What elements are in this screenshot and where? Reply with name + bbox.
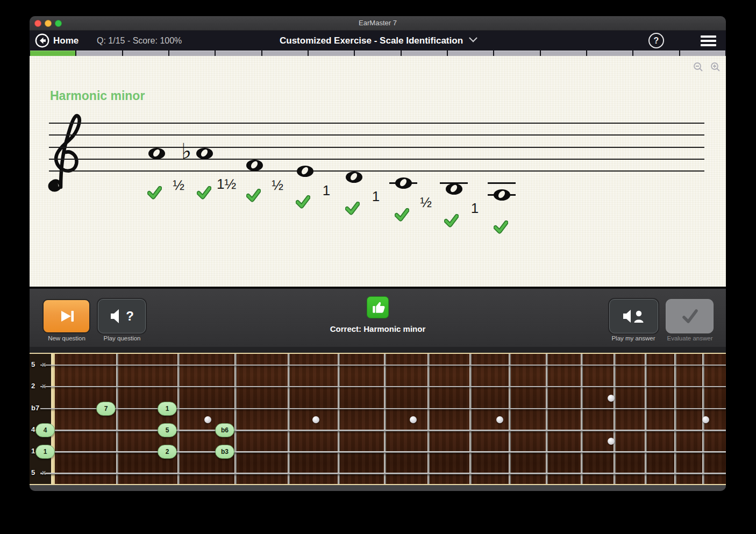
fret [581, 354, 583, 484]
correct-check-icon [444, 214, 459, 227]
check-icon [681, 308, 699, 324]
fret [469, 354, 472, 484]
evaluate-answer-label: Evaluate answer [652, 335, 726, 341]
note-marker[interactable]: 5 [158, 423, 177, 437]
fret [288, 354, 290, 484]
progress-segment [355, 51, 400, 56]
note-marker[interactable]: 7 [96, 402, 116, 416]
progress-segment [30, 51, 75, 56]
interval-label: ½ [173, 177, 184, 194]
fret [116, 354, 118, 484]
progress-segment [680, 51, 725, 56]
fret [509, 354, 511, 484]
whole-note [346, 172, 362, 183]
note-marker[interactable]: 1 [35, 445, 55, 459]
back-arrow-icon [35, 33, 49, 48]
string-muted-icon: x [42, 360, 46, 368]
whole-note [395, 177, 412, 189]
interval-label: ½ [420, 194, 432, 211]
fret [614, 354, 616, 484]
interval-label: 1½ [217, 176, 236, 193]
note-marker[interactable]: 2 [158, 445, 177, 459]
guitar-string[interactable] [40, 430, 726, 431]
correct-check-icon [395, 208, 409, 222]
inlay-dot-icon [702, 416, 709, 423]
string-degree-label: b7 [31, 404, 39, 412]
whole-note [494, 189, 510, 201]
whole-note [297, 166, 313, 177]
speaker-person-icon [623, 308, 645, 324]
whole-note [446, 183, 462, 195]
staff-line [49, 134, 704, 136]
home-button[interactable]: Home [35, 33, 79, 48]
progress-segment [633, 51, 679, 56]
fret [427, 354, 430, 484]
fret [645, 354, 647, 484]
title-bar: EarMaster 7 [30, 16, 726, 31]
string-muted-icon: x [42, 382, 46, 390]
note-marker[interactable]: b3 [215, 445, 234, 459]
play-my-answer-button[interactable] [609, 299, 658, 333]
progress-segment [309, 51, 354, 56]
control-bar: New question ? Play question Correct: Ha… [30, 289, 726, 347]
fretboard-panel: 5x2xb7415x7145b612b3 [30, 347, 726, 491]
correct-thumbs-up-icon [367, 296, 389, 318]
staff-line [49, 170, 704, 172]
correct-check-icon [296, 195, 310, 209]
interval-label: ½ [272, 177, 283, 194]
fret [338, 354, 340, 484]
correct-check-icon [494, 220, 508, 234]
help-button[interactable]: ? [648, 33, 664, 48]
interval-label: 1 [471, 200, 479, 217]
guitar-string[interactable] [40, 451, 726, 453]
hamburger-icon [701, 35, 716, 38]
guitar-string[interactable] [40, 365, 726, 366]
evaluate-answer-button[interactable] [666, 299, 714, 333]
string-degree-label: 5 [31, 360, 35, 368]
progress-segment [123, 51, 168, 56]
progress-segment [76, 51, 122, 56]
staff-line [49, 159, 704, 160]
correct-check-icon [246, 189, 261, 202]
question-score-status: Q: 1/15 - Score: 100% [97, 31, 182, 51]
staff-notes-layer: ♭½1½½11½1 [30, 56, 726, 287]
nav-bar: Home Q: 1/15 - Score: 100% Customized Ex… [30, 31, 726, 51]
whole-note [148, 148, 165, 159]
guitar-string[interactable] [40, 386, 726, 387]
fret [674, 354, 676, 484]
exercise-title: Customized Exercise - Scale Identificati… [280, 35, 463, 46]
speaker-icon [110, 308, 124, 324]
correct-check-icon [147, 186, 162, 200]
correct-check-icon [345, 202, 360, 215]
inlay-dot-icon [496, 416, 503, 423]
whole-note [246, 160, 263, 171]
staff-line [49, 123, 704, 124]
menu-button[interactable] [701, 35, 716, 46]
inlay-dot-icon [608, 438, 615, 445]
inlay-dot-icon [204, 416, 211, 423]
progress-segment [216, 51, 261, 56]
play-question-label: Play question [84, 335, 160, 341]
note-marker[interactable]: 4 [35, 423, 55, 437]
progress-segment [587, 51, 632, 56]
guitar-string[interactable] [40, 408, 726, 409]
inlay-dot-icon [312, 416, 319, 423]
fret [546, 354, 548, 484]
notation-panel: Harmonic minor ♭½1½½11½1 [30, 56, 726, 287]
note-marker[interactable]: 1 [158, 402, 177, 416]
whole-note [196, 148, 213, 159]
inlay-dot-icon [410, 416, 417, 423]
guitar-string[interactable] [40, 473, 726, 474]
fretboard[interactable]: 5x2xb7415x7145b612b3 [30, 347, 726, 491]
exercise-title-dropdown[interactable]: Customized Exercise - Scale Identificati… [280, 31, 476, 51]
interval-label: 1 [323, 182, 330, 199]
interval-label: 1 [372, 188, 380, 205]
window-title: EarMaster 7 [30, 16, 726, 30]
fretboard-bottom-strip [30, 485, 726, 491]
progress-segment [262, 51, 308, 56]
fret [177, 354, 180, 484]
progress-segment [169, 51, 215, 56]
note-marker[interactable]: b6 [215, 423, 234, 437]
fret [384, 354, 386, 484]
question-mark-icon: ? [126, 309, 134, 324]
